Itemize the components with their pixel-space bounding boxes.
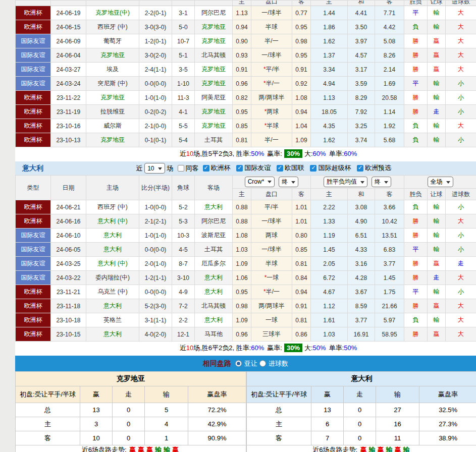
league-filter-checkbox[interactable]: 欧国联 xyxy=(274,163,304,173)
handicap-stat-row: 客 10 0 1 90.9% xyxy=(16,431,246,445)
match-row: 国际友谊 24-03-24 突尼斯 (中) 0-0(0-0) 1-10 克罗地亚… xyxy=(16,77,476,91)
euro-home-odds: 4.94 xyxy=(311,77,348,91)
handicap-line-cell: 一/球半 xyxy=(251,48,292,63)
same-away-checkbox[interactable]: 同客 xyxy=(175,164,199,173)
handicap-away-odds: 0.95 xyxy=(292,48,311,63)
league-cell: 欧洲杯 xyxy=(16,327,51,342)
handicap-result-cell: 贏 xyxy=(428,257,446,271)
handicap-time-select[interactable]: 终 xyxy=(279,177,298,187)
corners-cell: 2-2 xyxy=(172,313,195,327)
handicap-away-odds: 0.84 xyxy=(292,271,311,285)
result-cell: 負 xyxy=(404,20,428,34)
italy-matches-table: 类型 日期 主场 比分(半场) 角球 客场 Crow*终 胜平负均值终 全场 主… xyxy=(15,175,476,342)
euro-odds-select[interactable]: 胜平负均值 xyxy=(324,177,367,187)
checkbox-icon[interactable] xyxy=(178,165,184,172)
bookmaker-select[interactable]: Crow* xyxy=(245,177,275,187)
italy-summary: 近10场,胜6平2负2, 胜率:60%赢率:30%大:50%单率:50% xyxy=(15,342,476,356)
recent-count-select[interactable]: 10 xyxy=(144,163,165,174)
radio-icon[interactable] xyxy=(235,360,242,367)
corners-cell: 3-5 xyxy=(172,63,195,77)
home-team-cell: 突尼斯 (中) xyxy=(86,77,139,91)
handicap-line-text: 两/两球半 xyxy=(258,94,284,101)
col-hcp-result: 让球 xyxy=(428,189,446,200)
handicap-result-cell: 輸 xyxy=(428,214,446,229)
handicap-home-odds: 0.81 xyxy=(233,133,251,147)
league-filter-checkbox[interactable]: 国际超级杯 xyxy=(307,163,351,173)
handicap-result-cell: 走 xyxy=(428,105,446,119)
chevron-down-icon xyxy=(158,167,162,172)
league-cell: 国际友谊 xyxy=(16,48,51,63)
handicap-line-text: 半球 xyxy=(266,23,278,30)
lose-count: 4 xyxy=(145,417,188,431)
corners-cell: 5-3 xyxy=(172,214,195,229)
handicap-stat-row: 总 13 0 27 32.5% xyxy=(247,403,476,417)
handicap-away-odds: 0.80 xyxy=(292,229,311,243)
league-filter-checkbox[interactable]: 欧洲杯 xyxy=(200,163,231,173)
euro-draw-odds: 3.08 xyxy=(348,200,375,214)
result-cell: 負 xyxy=(404,133,428,147)
away-team-cell: 波斯尼亚 xyxy=(195,229,233,243)
euro-away-odds: 6.83 xyxy=(375,243,404,257)
league-filter-checkbox[interactable]: 欧洲预选 xyxy=(354,163,391,173)
date-cell: 23-10-18 xyxy=(51,313,86,327)
col-home xyxy=(86,1,139,6)
handicap-away-odds: 0.81 xyxy=(292,313,311,327)
checkbox-icon[interactable] xyxy=(310,165,316,172)
italy-section-title[interactable]: 意大利 xyxy=(15,164,43,173)
handicap-line-cell: *半/一 xyxy=(251,285,292,299)
goals-cell: 小 xyxy=(446,105,476,119)
goals-cell: 小 xyxy=(446,200,476,214)
handicap-line-text: 半/一 xyxy=(265,37,278,44)
radio-icon[interactable] xyxy=(259,360,266,367)
league-cell: 欧洲杯 xyxy=(16,313,51,327)
euro-draw-odds: 3.67 xyxy=(348,285,375,299)
col-euro-home: 主 xyxy=(311,1,348,6)
euro-away-odds: 5.08 xyxy=(375,34,404,48)
handicap-result-cell: 輸 xyxy=(428,243,446,257)
away-team-cell: 土耳其 xyxy=(195,133,233,147)
handicap-line-text: 平/半 xyxy=(266,66,280,73)
handicap-result-cell: 贏 xyxy=(428,327,446,342)
checkbox-icon[interactable] xyxy=(203,165,209,172)
croatia-summary: 近10场,胜5平2负3, 胜率:50%赢率:30%大:60%单率:60% xyxy=(15,147,476,161)
date-cell: 24-03-25 xyxy=(51,257,86,271)
match-row: 欧洲杯 23-10-16 威尔斯 2-1(0-0) 5-5 克罗地亚 0.85 … xyxy=(16,119,476,133)
handicap-away-odds: 1.08 xyxy=(292,91,311,105)
handicap-stat-row: 客 7 0 11 38.9% xyxy=(247,431,476,445)
handicap-line-text: 一球 xyxy=(266,316,278,323)
scope-select[interactable]: 全场 xyxy=(428,177,453,187)
euro-time-select[interactable]: 终 xyxy=(372,177,391,187)
radio-option-handicap[interactable]: 亚让 xyxy=(233,359,257,368)
checkbox-icon[interactable] xyxy=(357,165,363,172)
trend-result: 输 xyxy=(403,446,410,452)
home-team-cell: 意大利 (中) xyxy=(86,214,139,229)
corners-cell: 10-7 xyxy=(172,34,195,48)
date-cell: 24-06-21 xyxy=(51,200,86,214)
euro-away-odds: 8.26 xyxy=(375,48,404,63)
handicap-line-text: 三球半 xyxy=(262,330,281,337)
euro-away-odds: 1.45 xyxy=(375,271,404,285)
home-team-cell: 威尔斯 xyxy=(86,119,139,133)
league-filter-checkbox[interactable]: 国际友谊 xyxy=(233,163,271,173)
corners-cell: 4-9 xyxy=(172,285,195,299)
radio-option-goals[interactable]: 进球数 xyxy=(259,359,288,368)
col-win-rate: 赢盘率 xyxy=(188,386,246,403)
score-cell: 2-1(0-0) xyxy=(139,119,172,133)
league-cell: 国际友谊 xyxy=(16,34,51,48)
handicap-stat-row: 主 6 0 16 27.3% xyxy=(247,417,476,431)
trend-result: 输 xyxy=(164,446,170,452)
col-goals: 进球数 xyxy=(446,1,476,6)
col-hcp-home: 主 xyxy=(233,189,251,200)
result-cell: 負 xyxy=(404,200,428,214)
checkbox-icon[interactable] xyxy=(277,165,283,172)
handicap-line-text: 半/一 xyxy=(266,288,280,295)
handicap-line-text: 一/球半 xyxy=(261,9,281,16)
col-goals: 进球数 xyxy=(446,189,476,200)
score-cell: 2-2(0-1) xyxy=(139,6,172,20)
col-away xyxy=(195,1,233,6)
win-rate: 42.9% xyxy=(188,417,246,431)
checkbox-icon[interactable] xyxy=(236,165,243,172)
scope-cell: 主 xyxy=(247,417,311,431)
handicap-line-cell: *一球 xyxy=(251,271,292,285)
result-cell: 勝 xyxy=(404,63,428,77)
